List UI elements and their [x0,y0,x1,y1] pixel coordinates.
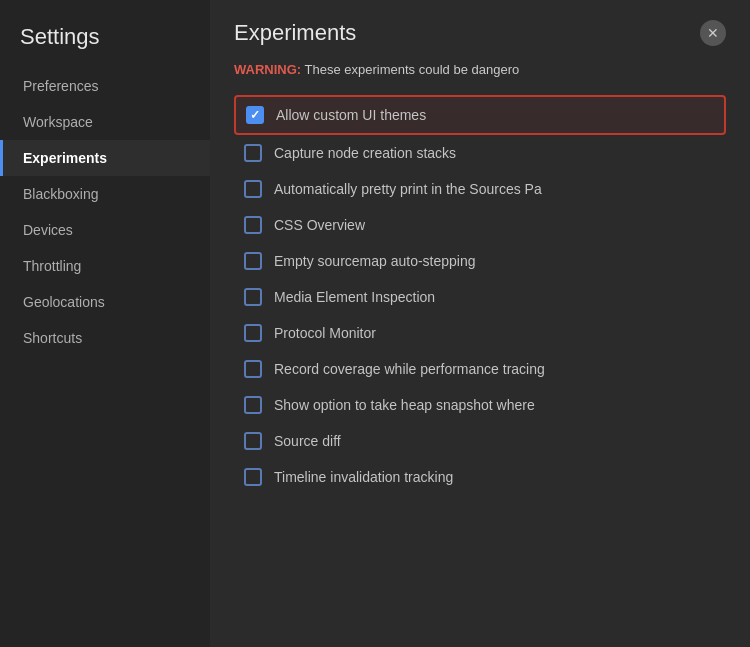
sidebar: Settings PreferencesWorkspaceExperiments… [0,0,210,647]
sidebar-item-geolocations[interactable]: Geolocations [0,284,210,320]
experiment-label-auto-pretty-print: Automatically pretty print in the Source… [274,181,542,197]
checkbox-allow-custom-ui-themes[interactable] [246,106,264,124]
sidebar-item-devices[interactable]: Devices [0,212,210,248]
sidebar-title: Settings [0,10,210,68]
experiment-label-record-coverage-performance-tracing: Record coverage while performance tracin… [274,361,545,377]
experiment-label-css-overview: CSS Overview [274,217,365,233]
main-header: Experiments ✕ [234,20,726,46]
checkbox-record-coverage-performance-tracing[interactable] [244,360,262,378]
sidebar-nav: PreferencesWorkspaceExperimentsBlackboxi… [0,68,210,356]
experiment-item-allow-custom-ui-themes[interactable]: Allow custom UI themes [234,95,726,135]
experiment-item-show-option-heap-snapshot[interactable]: Show option to take heap snapshot where [234,387,726,423]
checkbox-protocol-monitor[interactable] [244,324,262,342]
experiment-item-source-diff[interactable]: Source diff [234,423,726,459]
sidebar-item-preferences[interactable]: Preferences [0,68,210,104]
experiment-label-media-element-inspection: Media Element Inspection [274,289,435,305]
sidebar-item-workspace[interactable]: Workspace [0,104,210,140]
checkbox-capture-node-creation-stacks[interactable] [244,144,262,162]
experiment-label-source-diff: Source diff [274,433,341,449]
experiment-item-empty-sourcemap-auto-stepping[interactable]: Empty sourcemap auto-stepping [234,243,726,279]
experiment-label-capture-node-creation-stacks: Capture node creation stacks [274,145,456,161]
experiment-label-empty-sourcemap-auto-stepping: Empty sourcemap auto-stepping [274,253,476,269]
sidebar-item-throttling[interactable]: Throttling [0,248,210,284]
experiment-item-capture-node-creation-stacks[interactable]: Capture node creation stacks [234,135,726,171]
checkbox-show-option-heap-snapshot[interactable] [244,396,262,414]
warning-text: WARNING: These experiments could be dang… [234,62,726,77]
experiment-label-allow-custom-ui-themes: Allow custom UI themes [276,107,426,123]
main-title: Experiments [234,20,356,46]
experiments-list: Allow custom UI themesCapture node creat… [234,95,726,495]
warning-description: These experiments could be dangero [305,62,520,77]
experiment-item-timeline-invalidation-tracking[interactable]: Timeline invalidation tracking [234,459,726,495]
experiment-item-auto-pretty-print[interactable]: Automatically pretty print in the Source… [234,171,726,207]
experiment-label-show-option-heap-snapshot: Show option to take heap snapshot where [274,397,535,413]
checkbox-auto-pretty-print[interactable] [244,180,262,198]
experiment-item-css-overview[interactable]: CSS Overview [234,207,726,243]
sidebar-item-shortcuts[interactable]: Shortcuts [0,320,210,356]
main-content: Experiments ✕ WARNING: These experiments… [210,0,750,647]
experiment-item-protocol-monitor[interactable]: Protocol Monitor [234,315,726,351]
experiment-label-protocol-monitor: Protocol Monitor [274,325,376,341]
sidebar-item-experiments[interactable]: Experiments [0,140,210,176]
experiment-label-timeline-invalidation-tracking: Timeline invalidation tracking [274,469,453,485]
checkbox-media-element-inspection[interactable] [244,288,262,306]
checkbox-source-diff[interactable] [244,432,262,450]
sidebar-item-blackboxing[interactable]: Blackboxing [0,176,210,212]
close-button[interactable]: ✕ [700,20,726,46]
checkbox-empty-sourcemap-auto-stepping[interactable] [244,252,262,270]
checkbox-css-overview[interactable] [244,216,262,234]
warning-label: WARNING: [234,62,301,77]
checkbox-timeline-invalidation-tracking[interactable] [244,468,262,486]
experiment-item-record-coverage-performance-tracing[interactable]: Record coverage while performance tracin… [234,351,726,387]
experiment-item-media-element-inspection[interactable]: Media Element Inspection [234,279,726,315]
